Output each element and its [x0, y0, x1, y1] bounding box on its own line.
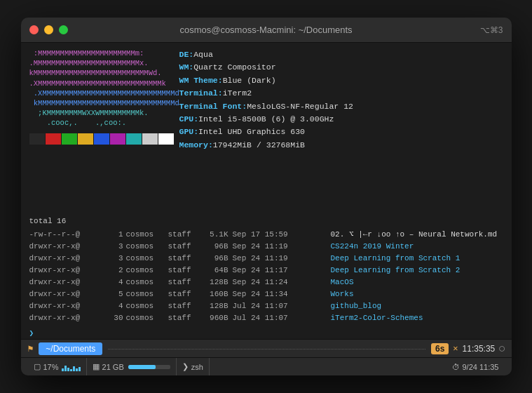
table-row: drwxr-xr-x@ 4 cosmos staff 128B Sep 24 1…	[29, 277, 503, 288]
titlebar: cosmos@cosmoss-Macmini: ~/Documents ⌥⌘3	[21, 18, 512, 43]
terminal-body: :MMMMMMMMMMMMMMMMMMMMMMm: .MMMMMMMMMMMMM…	[21, 43, 512, 339]
cpu-section: ▢ 17%	[28, 358, 87, 375]
datetime-section: ⏱ 9/24 11:35	[446, 358, 505, 375]
mem-section: ▦ 21 GB	[87, 358, 177, 375]
file-group: staff	[168, 241, 203, 253]
file-group: staff	[168, 288, 203, 300]
file-name: iTerm2-Color-Schemes	[331, 312, 423, 324]
status-time: 11:35:35	[463, 344, 496, 354]
file-user: cosmos	[126, 277, 168, 288]
cpu-bar-7	[79, 367, 81, 371]
cpu-graph	[62, 363, 81, 371]
file-size: 960B	[203, 312, 233, 324]
file-name: MacOS	[331, 277, 354, 288]
file-date: Sep 24 11:19	[233, 241, 331, 253]
mem-icon: ▦	[93, 362, 100, 371]
file-date: Sep 24 11:24	[233, 277, 331, 288]
status-activity-icon: ✕	[453, 343, 458, 354]
file-date: Sep 24 11:19	[233, 253, 331, 265]
cpu-bar-4	[70, 369, 72, 371]
file-num: 2	[107, 265, 126, 277]
info-wm: WM: Quartz Compositor	[179, 61, 503, 74]
color-block-6	[126, 133, 142, 145]
color-block-7	[142, 133, 158, 145]
window-title: cosmos@cosmoss-Macmini: ~/Documents	[179, 25, 352, 35]
info-terminal: Terminal: iTerm2	[179, 87, 503, 100]
file-num: 4	[107, 277, 126, 288]
file-user: cosmos	[126, 253, 168, 265]
close-button[interactable]	[29, 25, 39, 34]
file-user: cosmos	[126, 288, 168, 300]
minimize-button[interactable]	[44, 25, 53, 34]
file-name: github_blog	[331, 300, 382, 312]
tab-label[interactable]: ~/Documents	[39, 342, 102, 355]
clock-icon: ⏱	[452, 363, 460, 371]
table-row: drwxr-xr-x@ 30 cosmos staff 960B Jul 24 …	[29, 312, 503, 324]
file-perms: drwxr-xr-x@	[29, 265, 107, 277]
info-memory: Memory: 17942MiB / 32768MiB	[179, 139, 503, 152]
info-gpu: GPU: Intel UHD Graphics 630	[179, 126, 503, 138]
prompt-line: ❯	[21, 327, 512, 339]
file-name: 02. ⌥ |←r ↓oo ↑o – Neural Network.md	[331, 229, 498, 241]
art-line-2: .MMMMMMMMMMMMMMMMMMMMMMMMx.	[29, 58, 177, 68]
table-row: drwxr-xr-x@ 4 cosmos staff 128B Jul 24 1…	[29, 300, 503, 312]
table-row: drwxr-xr-x@ 2 cosmos staff 64B Sep 24 11…	[29, 265, 503, 277]
art-line-4: .XMMMMMMMMMMMMMMMMMMMMMMMMMMMMk	[29, 79, 177, 88]
file-group: staff	[168, 312, 203, 324]
info-wm-theme: WM Theme: Blue (Dark)	[179, 74, 503, 87]
file-date: Sep 24 11:17	[233, 265, 331, 277]
file-num: 4	[107, 300, 126, 312]
file-perms: drwxr-xr-x@	[29, 288, 107, 300]
file-num: 3	[107, 253, 126, 265]
datetime-label: 9/24 11:35	[463, 363, 499, 371]
file-group: staff	[168, 277, 203, 288]
file-perms: drwxr-xr-x@	[29, 300, 107, 312]
file-group: staff	[168, 229, 203, 241]
neofetch-info: DE: Aqua WM: Quartz Compositor WM Theme:…	[177, 48, 503, 207]
shell-label: zsh	[191, 363, 203, 371]
file-user: cosmos	[126, 300, 168, 312]
file-user: cosmos	[126, 265, 168, 277]
file-date: Sep 24 11:34	[233, 288, 331, 300]
file-perms: drwxr-xr-x@	[29, 253, 107, 265]
cpu-bar-3	[67, 368, 69, 371]
shell-icon: ❯	[182, 362, 189, 371]
art-line-7: ;KMMMMMMMMWXXWMMMMMMMMMk.	[29, 108, 177, 118]
file-name: Deep Learning from Scratch 1	[331, 253, 461, 265]
bottombar: ▢ 17% ▦ 21 GB ❯ zsh ⏱ 9/24 1	[21, 357, 512, 375]
color-blocks	[29, 133, 177, 145]
content-area: :MMMMMMMMMMMMMMMMMMMMMMm: .MMMMMMMMMMMMM…	[21, 43, 512, 213]
color-block-4	[94, 133, 109, 145]
tab-filler	[108, 348, 425, 349]
status-badge: 6s	[431, 343, 449, 354]
color-block-1	[46, 133, 61, 145]
table-row: drwxr-xr-x@ 3 cosmos staff 96B Sep 24 11…	[29, 241, 503, 253]
cpu-bar-1	[62, 368, 64, 371]
file-num: 30	[107, 312, 126, 324]
file-size: 128B	[203, 300, 233, 312]
file-group: staff	[168, 300, 203, 312]
file-size: 5.1K	[203, 229, 233, 241]
file-date: Sep 17 15:59	[233, 229, 331, 241]
info-terminal-font: Terminal Font: MesloLGS-NF-Regular 12	[179, 100, 503, 113]
file-size: 96B	[203, 241, 233, 253]
maximize-button[interactable]	[59, 25, 68, 34]
shell-section: ❯ zsh	[177, 358, 210, 375]
file-group: staff	[168, 253, 203, 265]
file-name: Works	[331, 288, 354, 300]
art-line-3: kMMMMMMMMMMMMMMMMMMMMMMMMMMWd.	[29, 68, 177, 78]
traffic-lights	[29, 25, 68, 34]
tab-icon: ⚑	[28, 343, 34, 354]
color-block-5	[110, 133, 125, 145]
art-line-1: :MMMMMMMMMMMMMMMMMMMMMMm:	[29, 48, 177, 58]
file-perms: -rw-r--r--@	[29, 229, 107, 241]
file-date: Jul 24 11:07	[233, 312, 331, 324]
file-group: staff	[168, 265, 203, 277]
mem-bar-outer	[128, 365, 170, 369]
art-line-5: .XMMMMMMMMMMMMMMMMMMMMMMMMMMMMMMd	[29, 88, 177, 98]
art-line-8: .cooc,. .,coo:.	[29, 118, 177, 128]
file-perms: drwxr-xr-x@	[29, 312, 107, 324]
total-line: total 16	[29, 215, 503, 227]
file-name: Deep Learning from Scratch 2	[331, 265, 461, 277]
terminal-window: cosmos@cosmoss-Macmini: ~/Documents ⌥⌘3 …	[21, 18, 512, 375]
